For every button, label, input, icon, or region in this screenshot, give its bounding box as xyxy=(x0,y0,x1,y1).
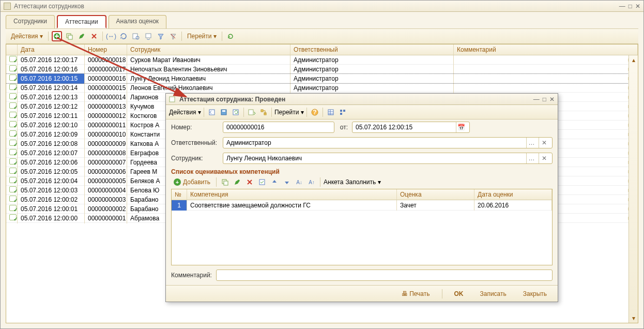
sort-desc-icon[interactable]: A↑ xyxy=(306,177,317,187)
col-comment[interactable]: Комментарий xyxy=(454,44,638,55)
select-responsible-icon[interactable]: … xyxy=(526,138,536,148)
calendar-icon[interactable]: 📅 xyxy=(456,122,466,132)
goto-menu[interactable]: Перейти ▾ xyxy=(185,33,219,40)
comp-col-name[interactable]: Компетенция xyxy=(187,189,397,200)
actions-menu[interactable]: Действия ▾ xyxy=(9,33,45,40)
employee-field[interactable]: Лунгу Леонид Николаевич…✕ xyxy=(223,153,553,164)
posted-icon xyxy=(9,84,17,90)
maximize-icon[interactable]: □ xyxy=(628,3,632,10)
find-icon[interactable] xyxy=(131,31,141,41)
tab-analysis[interactable]: Анализ оценок xyxy=(109,15,166,28)
table-row[interactable]: 05.07.2016 12:00:1500000000016Лунгу Леон… xyxy=(6,74,628,83)
posted-icon xyxy=(9,177,17,183)
svg-rect-5 xyxy=(146,34,151,38)
table-row[interactable]: 05.07.2016 12:00:1400000000015Леонов Евг… xyxy=(6,83,628,93)
move-down-icon[interactable] xyxy=(282,177,292,187)
repost-icon[interactable] xyxy=(231,107,241,117)
competence-row[interactable]: 1Соответствие замещаемой должности ГСЗач… xyxy=(172,200,552,211)
tab-attestations[interactable]: Аттестации xyxy=(57,15,106,28)
svg-rect-19 xyxy=(340,113,342,115)
edit-icon[interactable] xyxy=(76,31,87,41)
svg-rect-22 xyxy=(259,180,265,185)
number-field[interactable]: 00000000016 xyxy=(223,122,334,133)
main-tabs: Сотрудники Аттестации Анализ оценок xyxy=(1,12,643,28)
refresh-date-icon[interactable] xyxy=(118,31,129,41)
fill-menu[interactable]: Заполнить ▾ xyxy=(345,178,380,186)
posted-icon xyxy=(9,93,17,99)
posted-icon xyxy=(9,196,17,202)
date-field[interactable]: 05.07.2016 12:00:15📅 xyxy=(352,122,470,133)
posted-icon xyxy=(9,205,17,211)
col-employee[interactable]: Сотрудник xyxy=(127,44,290,55)
dialog-title: Аттестация сотрудника: Проведен xyxy=(179,96,533,103)
select-employee-icon[interactable]: … xyxy=(526,153,536,163)
col-number[interactable]: Номер xyxy=(85,44,127,55)
move-up-icon[interactable] xyxy=(269,177,280,187)
col-responsible[interactable]: Ответственный xyxy=(290,44,454,55)
save-icon[interactable] xyxy=(219,107,229,117)
table-row[interactable]: 05.07.2016 12:00:1600000000017Непочатых … xyxy=(6,65,628,74)
copy-row-icon[interactable] xyxy=(220,177,230,187)
minimize-icon[interactable]: — xyxy=(619,3,625,10)
posted-icon xyxy=(9,214,17,220)
delete-icon[interactable] xyxy=(89,31,99,41)
save-button[interactable]: Записать xyxy=(474,288,512,300)
svg-rect-17 xyxy=(340,110,342,112)
clear-responsible-icon[interactable]: ✕ xyxy=(539,138,549,148)
grid-scrollbar[interactable]: ▴ ▾ xyxy=(628,55,638,323)
swap-icon[interactable]: (↔) xyxy=(106,31,116,41)
number-label: Номер: xyxy=(171,124,219,131)
svg-rect-11 xyxy=(249,110,253,115)
comment-label: Комментарий: xyxy=(171,272,212,279)
grid-view-icon[interactable] xyxy=(326,107,336,117)
close-button[interactable]: Закрыть xyxy=(517,288,553,300)
table-row[interactable]: 05.07.2016 12:00:1700000000018Сурков Мар… xyxy=(6,55,628,65)
print-button[interactable]: 🖶 Печать xyxy=(396,288,436,300)
filter-off-icon[interactable] xyxy=(168,31,178,41)
posted-icon xyxy=(9,112,17,118)
posted-icon xyxy=(9,130,17,137)
add-competence-button[interactable]: +Добавить xyxy=(171,177,213,187)
close-icon[interactable]: ✕ xyxy=(635,3,640,10)
ok-button[interactable]: OK xyxy=(449,288,469,300)
competence-section-title: Список оцениваемых компетенций xyxy=(166,166,558,175)
dialog-close-icon[interactable]: ✕ xyxy=(549,96,555,103)
post-icon[interactable] xyxy=(207,107,217,117)
dialog-maximize-icon[interactable]: □ xyxy=(543,96,546,103)
dialog-goto-menu[interactable]: Перейти ▾ xyxy=(274,109,304,116)
filter-col-icon[interactable] xyxy=(143,31,154,41)
sort-asc-icon[interactable]: A↓ xyxy=(294,177,304,187)
edit-row-icon[interactable] xyxy=(232,177,242,187)
comment-field[interactable] xyxy=(216,270,553,281)
comp-col-mark[interactable]: Оценка xyxy=(397,189,474,200)
refresh-icon[interactable] xyxy=(225,31,236,41)
dialog-actions-menu[interactable]: Действия ▾ xyxy=(169,109,201,116)
window-title: Аттестации сотрудников xyxy=(14,3,619,10)
clear-employee-icon[interactable]: ✕ xyxy=(539,153,549,163)
finish-edit-icon[interactable] xyxy=(257,177,267,187)
settings-view-icon[interactable] xyxy=(338,107,348,117)
delete-row-icon[interactable] xyxy=(244,177,255,187)
comp-col-n[interactable]: № xyxy=(172,189,187,200)
structure-icon[interactable] xyxy=(258,107,269,117)
competence-toolbar: +Добавить A↓ A↑ Анкета Заполнить ▾ xyxy=(166,175,558,189)
scroll-down-icon[interactable]: ▾ xyxy=(632,313,635,323)
posted-icon xyxy=(9,186,17,192)
movements-icon[interactable] xyxy=(247,107,257,117)
scroll-up-icon[interactable]: ▴ xyxy=(632,55,635,65)
posted-icon xyxy=(9,121,17,127)
svg-rect-9 xyxy=(222,110,225,112)
responsible-field[interactable]: Администратор…✕ xyxy=(223,137,553,148)
comp-col-date[interactable]: Дата оценки xyxy=(474,189,552,200)
posted-icon xyxy=(9,56,17,62)
survey-button[interactable]: Анкета xyxy=(324,178,343,186)
tab-employees[interactable]: Сотрудники xyxy=(6,15,55,28)
add-icon[interactable] xyxy=(52,31,62,41)
posted-icon xyxy=(9,168,17,174)
help-icon[interactable]: ? xyxy=(310,107,320,117)
copy-icon[interactable] xyxy=(64,31,74,41)
dialog-minimize-icon[interactable]: — xyxy=(533,96,540,103)
col-date[interactable]: Дата xyxy=(18,44,85,55)
svg-rect-21 xyxy=(224,181,228,185)
filter-settings-icon[interactable] xyxy=(156,31,166,41)
